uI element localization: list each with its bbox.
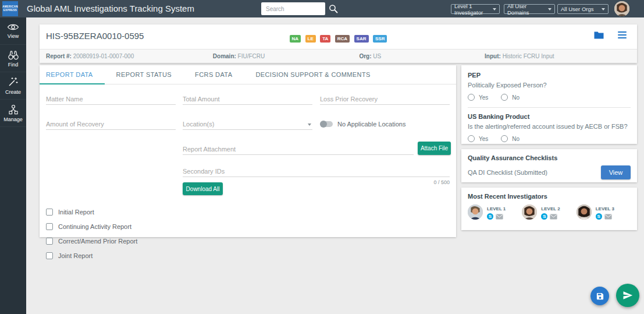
status-badge: LE bbox=[305, 35, 316, 43]
us-banking-radio-no[interactable]: No bbox=[501, 135, 520, 142]
magic-wand-icon bbox=[8, 76, 19, 87]
email-icon[interactable] bbox=[604, 214, 612, 220]
checkbox-icon bbox=[46, 223, 53, 230]
skype-icon[interactable]: S bbox=[487, 213, 493, 220]
secondary-ids-field[interactable] bbox=[183, 166, 450, 177]
radio-icon bbox=[501, 94, 508, 101]
investigator-level-2: LEVEL 2 S bbox=[522, 204, 576, 220]
chevron-down-icon bbox=[548, 8, 552, 10]
status-badge: NA bbox=[290, 35, 301, 43]
pep-question: Politically Exposed Person? bbox=[468, 82, 631, 89]
status-badge: SSR bbox=[373, 35, 387, 43]
tab-decision-support[interactable]: DECISION SUPPORT & COMMENTS bbox=[244, 65, 382, 84]
investigator-level-label: LEVEL 3 bbox=[596, 206, 614, 211]
menu-icon[interactable] bbox=[618, 31, 627, 39]
radio-icon bbox=[468, 94, 475, 101]
chevron-down-icon bbox=[602, 8, 605, 10]
sidebar-item-create[interactable]: Create bbox=[0, 72, 26, 100]
sidebar-item-label: View bbox=[8, 33, 19, 39]
user-orgs-value: All User Orgs bbox=[561, 6, 593, 12]
status-badge: TA bbox=[320, 35, 330, 43]
chevron-down-icon bbox=[493, 8, 496, 10]
eye-icon bbox=[7, 23, 19, 31]
meta-domain: Domain: FIU/FCRU bbox=[213, 53, 360, 59]
user-avatar[interactable] bbox=[614, 1, 629, 16]
us-banking-radio-yes[interactable]: Yes bbox=[468, 135, 488, 142]
avatar[interactable] bbox=[468, 204, 483, 220]
search-icon[interactable] bbox=[329, 4, 338, 13]
investigator-level-1: LEVEL 1 S bbox=[468, 204, 522, 220]
role-dropdown-value: Level 1 Investigator bbox=[454, 3, 490, 16]
user-domains-dropdown[interactable]: All User Domains bbox=[504, 4, 555, 14]
report-attachment-field[interactable] bbox=[183, 144, 414, 155]
role-dropdown[interactable]: Level 1 Investigator bbox=[451, 4, 500, 14]
investigator-level-label: LEVEL 1 bbox=[487, 206, 506, 211]
no-applicable-locations-toggle[interactable] bbox=[320, 121, 333, 127]
case-meta-row: Report #: 20080919-01-0007-000 Domain: F… bbox=[40, 49, 637, 63]
investigator-level-3: LEVEL 3 S bbox=[577, 204, 631, 220]
no-applicable-locations-label: No Applicable Locations bbox=[337, 121, 405, 128]
status-badge: RCA bbox=[335, 35, 350, 43]
pep-banking-card: PEP Politically Exposed Person? Yes No U… bbox=[461, 65, 637, 144]
checkbox-continuing-activity-report[interactable]: Continuing Activity Report bbox=[46, 223, 131, 230]
user-orgs-dropdown[interactable]: All User Orgs bbox=[557, 4, 609, 14]
qa-view-button[interactable]: View bbox=[601, 165, 631, 179]
search-input[interactable] bbox=[261, 2, 325, 15]
tab-report-data[interactable]: REPORT DATA bbox=[40, 65, 105, 84]
sidebar-item-label: Find bbox=[8, 62, 19, 68]
meta-org: Org: US bbox=[359, 53, 485, 59]
total-amount-field[interactable] bbox=[183, 94, 312, 105]
sidebar-item-view[interactable]: View bbox=[0, 17, 26, 45]
app-title: Global AML Investigations Tracking Syste… bbox=[27, 3, 194, 13]
org-chart-icon bbox=[8, 104, 19, 115]
us-banking-title: US Banking Product bbox=[468, 113, 631, 120]
avatar[interactable] bbox=[577, 204, 592, 220]
pep-radio-no[interactable]: No bbox=[501, 94, 520, 101]
app-root: AMERICAN EXPRESS Global AML Investigatio… bbox=[0, 0, 644, 314]
investigator-level-label: LEVEL 2 bbox=[541, 206, 560, 211]
checkbox-icon bbox=[46, 252, 53, 259]
matter-name-field[interactable] bbox=[46, 94, 176, 105]
radio-icon bbox=[468, 135, 475, 142]
sidebar-item-label: Create bbox=[5, 89, 21, 95]
qa-checklist-item: QA DI Checklist (Submitted) bbox=[468, 169, 547, 176]
sidebar-item-find[interactable]: Find bbox=[0, 45, 26, 72]
pep-radio-group: Yes No bbox=[468, 94, 631, 101]
sidebar-item-manage[interactable]: Manage bbox=[0, 100, 26, 127]
radio-icon bbox=[501, 135, 508, 142]
skype-icon[interactable]: S bbox=[596, 213, 602, 220]
top-bar: AMERICAN EXPRESS Global AML Investigatio… bbox=[0, 0, 644, 17]
avatar[interactable] bbox=[522, 204, 537, 220]
meta-input: Input: Historic FCRU Input bbox=[485, 53, 637, 59]
divider bbox=[468, 107, 631, 108]
email-icon[interactable] bbox=[496, 214, 503, 220]
status-badge: SAR bbox=[354, 35, 369, 43]
left-sidebar: View Find Create bbox=[0, 17, 26, 314]
skype-icon[interactable]: S bbox=[541, 213, 547, 220]
investigators-card: Most Recent Investigators LEVEL 1 S bbox=[461, 188, 637, 230]
save-button[interactable] bbox=[590, 287, 609, 305]
pep-title: PEP bbox=[468, 72, 631, 79]
us-banking-radio-group: Yes No bbox=[468, 135, 631, 142]
checkbox-initial-report[interactable]: Initial Report bbox=[46, 209, 94, 216]
tab-bar: REPORT DATA REPORT STATUS FCRS DATA DECI… bbox=[40, 65, 456, 84]
tab-fcrs-data[interactable]: FCRS DATA bbox=[183, 65, 244, 84]
loss-prior-recovery-field[interactable] bbox=[320, 94, 450, 105]
attach-file-button[interactable]: Attach File bbox=[418, 142, 451, 155]
pep-radio-yes[interactable]: Yes bbox=[468, 94, 488, 101]
report-data-card: REPORT DATA REPORT STATUS FCRS DATA DECI… bbox=[40, 65, 456, 237]
submit-button[interactable] bbox=[616, 284, 639, 307]
case-badges: NA LE TA RCA SAR SSR bbox=[40, 32, 637, 43]
tab-report-status[interactable]: REPORT STATUS bbox=[105, 65, 183, 84]
amex-logo-line2: EXPRESS bbox=[3, 9, 17, 12]
checkbox-correct-amend-prior-report[interactable]: Correct/Amend Prior Report bbox=[46, 238, 137, 245]
locations-select[interactable] bbox=[183, 119, 312, 130]
download-all-button[interactable]: Download All bbox=[183, 182, 223, 195]
binoculars-icon bbox=[8, 50, 19, 60]
email-icon[interactable] bbox=[550, 214, 557, 220]
amount-of-recovery-field[interactable] bbox=[46, 119, 176, 130]
checkbox-joint-report[interactable]: Joint Report bbox=[46, 252, 92, 259]
sidebar-item-label: Manage bbox=[3, 117, 23, 122]
investigators-title: Most Recent Investigators bbox=[468, 193, 631, 200]
folder-icon[interactable] bbox=[594, 31, 604, 39]
